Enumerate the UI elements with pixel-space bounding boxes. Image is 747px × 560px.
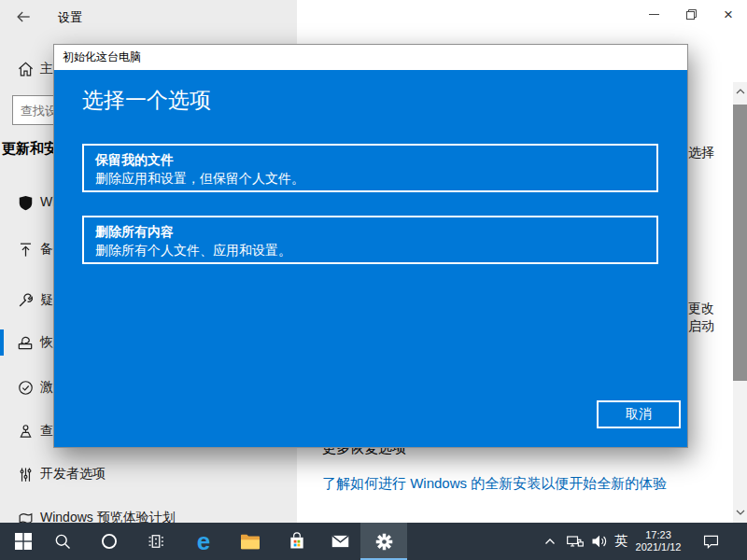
file-explorer-button[interactable] — [231, 523, 270, 560]
mail-button[interactable] — [320, 523, 359, 560]
window-controls: × — [635, 0, 747, 30]
cortana-icon — [100, 532, 119, 551]
location-icon — [14, 420, 36, 442]
scrollbar-down-icon[interactable] — [733, 505, 747, 519]
recovery-icon — [14, 331, 36, 354]
dialog-title: 初始化这台电脑 — [63, 49, 141, 65]
check-circle-icon — [14, 376, 36, 399]
shield-icon — [14, 191, 36, 214]
selected-accent-bar — [0, 329, 4, 356]
content-fragment: 选择 — [688, 145, 714, 161]
network-icon — [566, 533, 585, 550]
desktop-screen: 设置 主页 更新和安全 Windows 安全中心 备份 疑难解答 — [0, 0, 747, 560]
wrench-icon — [14, 289, 36, 312]
reset-pc-dialog: 初始化这台电脑 选择一个选项 保留我的文件 删除应用和设置，但保留个人文件。 删… — [53, 44, 688, 448]
ime-label: 英 — [614, 533, 627, 550]
mail-icon — [331, 533, 350, 550]
option-description: 删除应用和设置，但保留个人文件。 — [95, 169, 645, 188]
store-icon — [288, 532, 306, 551]
taskbar-search-button[interactable] — [43, 523, 82, 560]
option-description: 删除所有个人文件、应用和设置。 — [95, 241, 645, 259]
settings-taskbar-button[interactable] — [360, 523, 407, 560]
option-keep-my-files[interactable]: 保留我的文件 删除应用和设置，但保留个人文件。 — [82, 144, 658, 192]
content-fragment: 启动 — [688, 318, 714, 335]
folder-icon — [240, 532, 261, 551]
home-icon — [14, 58, 36, 80]
speaker-icon — [590, 533, 609, 550]
window-title: 设置 — [58, 9, 82, 26]
ime-indicator[interactable]: 英 — [609, 523, 633, 560]
option-title: 保留我的文件 — [95, 150, 645, 169]
search-icon — [53, 532, 72, 551]
minimize-icon — [649, 14, 659, 15]
clock-date: 2021/1/12 — [636, 541, 682, 553]
minimize-button[interactable] — [635, 0, 672, 28]
taskbar-clock[interactable]: 17:23 2021/1/12 — [631, 523, 685, 560]
option-title: 删除所有内容 — [95, 222, 645, 241]
scrollbar[interactable] — [733, 82, 747, 523]
fresh-start-link[interactable]: 了解如何进行 Windows 的全新安装以便开始全新的体验 — [322, 475, 667, 493]
clock-time: 17:23 — [645, 529, 671, 541]
chevron-up-icon — [544, 537, 556, 546]
dialog-heading: 选择一个选项 — [82, 86, 211, 115]
windows-logo-icon — [15, 533, 32, 550]
content-fragment: 更改 — [688, 301, 714, 317]
start-button[interactable] — [4, 523, 43, 560]
edge-icon: e — [197, 527, 210, 556]
cortana-button[interactable] — [90, 523, 129, 560]
backup-icon — [14, 238, 36, 260]
restore-button[interactable] — [672, 0, 710, 28]
network-tray-button[interactable] — [562, 523, 588, 560]
sidebar-item-label: 开发者选项 — [40, 466, 106, 483]
option-remove-everything[interactable]: 删除所有内容 删除所有个人文件、应用和设置。 — [82, 216, 658, 264]
taskbar: e 英 17:23 2021/1/12 — [0, 523, 747, 560]
action-center-button[interactable] — [695, 523, 726, 560]
gear-icon — [374, 532, 394, 552]
dialog-titlebar[interactable]: 初始化这台电脑 — [54, 45, 687, 70]
store-button[interactable] — [277, 523, 317, 560]
sidebar-item-developer-options[interactable]: 开发者选项 — [0, 460, 297, 488]
task-view-button[interactable] — [136, 523, 176, 560]
back-button[interactable] — [11, 6, 35, 28]
close-button[interactable]: × — [710, 0, 747, 28]
tray-show-hidden-button[interactable] — [538, 523, 562, 560]
developer-icon — [14, 463, 36, 485]
action-center-icon — [702, 534, 720, 550]
edge-button[interactable]: e — [184, 523, 223, 560]
back-arrow-icon — [14, 7, 33, 26]
scrollbar-thumb[interactable] — [733, 105, 747, 381]
close-icon: × — [724, 7, 733, 22]
cancel-button[interactable]: 取消 — [597, 400, 681, 428]
restore-icon — [685, 8, 698, 21]
scrollbar-up-icon[interactable] — [733, 84, 747, 98]
task-view-icon — [147, 532, 165, 551]
